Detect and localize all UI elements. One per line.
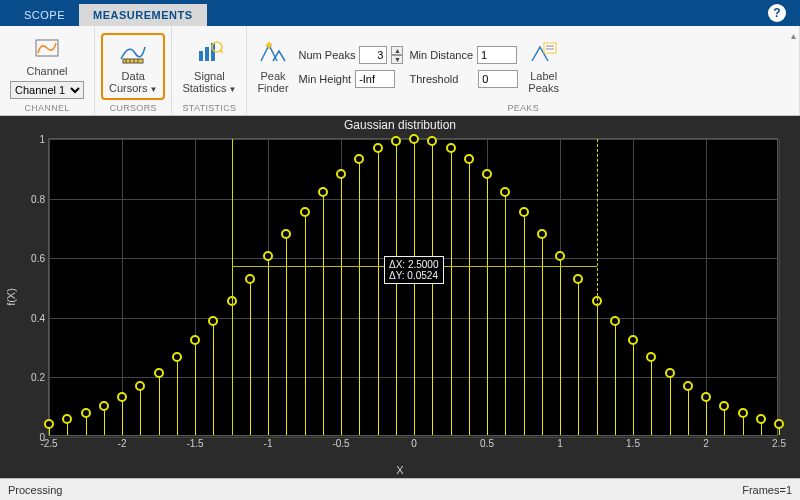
y-tick: 0.4	[31, 312, 45, 323]
status-bar: Processing Frames=1	[0, 478, 800, 500]
data-marker[interactable]	[774, 419, 784, 429]
data-marker[interactable]	[354, 154, 364, 164]
data-marker[interactable]	[665, 368, 675, 378]
min-height-label: Min Height	[299, 73, 352, 85]
data-cursors-button[interactable]: DataCursors▼	[105, 37, 161, 97]
data-marker[interactable]	[555, 251, 565, 261]
x-tick: 2	[703, 438, 709, 449]
data-marker[interactable]	[573, 274, 583, 284]
data-marker[interactable]	[756, 414, 766, 424]
data-cursors-highlight: DataCursors▼	[101, 33, 165, 101]
data-marker[interactable]	[500, 187, 510, 197]
x-tick: -2	[118, 438, 127, 449]
peak-fields-col1: Num Peaks ▲▼ Min Height	[299, 44, 404, 90]
svg-rect-7	[205, 47, 209, 61]
help-icon[interactable]: ?	[768, 4, 786, 22]
y-tick: 0.8	[31, 193, 45, 204]
chart-area: Gaussian distribution f(X) X 00.20.40.60…	[0, 116, 800, 478]
num-peaks-input[interactable]	[359, 46, 387, 64]
num-peaks-down[interactable]: ▼	[391, 55, 403, 64]
data-marker[interactable]	[62, 414, 72, 424]
data-marker[interactable]	[245, 274, 255, 284]
data-marker[interactable]	[427, 136, 437, 146]
data-marker[interactable]	[446, 143, 456, 153]
data-marker[interactable]	[537, 229, 547, 239]
peak-finder-button[interactable]: PeakFinder	[253, 37, 292, 96]
x-tick: 2.5	[772, 438, 786, 449]
signal-statistics-button[interactable]: SignalStatistics▼	[178, 37, 240, 97]
min-distance-input[interactable]	[477, 46, 517, 64]
data-marker[interactable]	[628, 335, 638, 345]
data-marker[interactable]	[482, 169, 492, 179]
cursor-readout[interactable]: ΔX: 2.5000ΔY: 0.0524	[384, 256, 444, 284]
data-marker[interactable]	[464, 154, 474, 164]
group-label-cursors: CURSORS	[101, 103, 165, 113]
channel-label: Channel	[27, 65, 68, 77]
group-label-statistics: STATISTICS	[178, 103, 240, 113]
data-marker[interactable]	[281, 229, 291, 239]
peak-finder-label: PeakFinder	[257, 70, 288, 94]
group-label-peaks: PEAKS	[253, 103, 793, 113]
data-marker[interactable]	[135, 381, 145, 391]
data-marker[interactable]	[190, 335, 200, 345]
ribbon-collapse-icon[interactable]: ▴	[791, 30, 796, 41]
data-marker[interactable]	[44, 419, 54, 429]
label-peaks-label: LabelPeaks	[528, 70, 559, 94]
cursor-line-2[interactable]	[597, 139, 598, 435]
label-peaks-button[interactable]: LabelPeaks	[524, 37, 563, 96]
data-marker[interactable]	[99, 401, 109, 411]
group-label-channel: CHANNEL	[6, 103, 88, 113]
data-marker[interactable]	[300, 207, 310, 217]
group-channel: Channel Channel 1 CHANNEL	[0, 26, 95, 115]
tab-scope[interactable]: SCOPE	[10, 4, 79, 26]
data-marker[interactable]	[373, 143, 383, 153]
data-marker[interactable]	[701, 392, 711, 402]
data-marker[interactable]	[683, 381, 693, 391]
data-marker[interactable]	[172, 352, 182, 362]
cursor-line-1[interactable]	[232, 139, 233, 435]
svg-line-10	[220, 50, 223, 53]
tab-strip: SCOPE MEASUREMENTS ?	[0, 0, 800, 26]
label-peaks-icon	[530, 39, 558, 67]
data-marker[interactable]	[719, 401, 729, 411]
x-tick: 1.5	[626, 438, 640, 449]
data-marker[interactable]	[336, 169, 346, 179]
tab-measurements[interactable]: MEASUREMENTS	[79, 4, 207, 26]
y-tick: 0.6	[31, 253, 45, 264]
data-marker[interactable]	[610, 316, 620, 326]
x-tick: 0	[411, 438, 417, 449]
num-peaks-up[interactable]: ▲	[391, 46, 403, 55]
svg-rect-6	[199, 51, 203, 61]
data-marker[interactable]	[154, 368, 164, 378]
y-tick: 0.2	[31, 372, 45, 383]
x-tick: 0.5	[480, 438, 494, 449]
ribbon: Channel Channel 1 CHANNEL DataCursors▼ C…	[0, 26, 800, 116]
data-cursors-icon	[119, 39, 147, 67]
data-marker[interactable]	[208, 316, 218, 326]
cursor-dx: ΔX: 2.5000	[389, 259, 439, 270]
data-marker[interactable]	[738, 408, 748, 418]
data-marker[interactable]	[409, 134, 419, 144]
data-marker[interactable]	[519, 207, 529, 217]
data-cursors-label: DataCursors▼	[109, 70, 157, 95]
y-tick: 1	[39, 134, 45, 145]
group-cursors: DataCursors▼ CURSORS	[95, 26, 172, 115]
data-marker[interactable]	[81, 408, 91, 418]
threshold-label: Threshold	[409, 73, 458, 85]
group-statistics: SignalStatistics▼ STATISTICS	[172, 26, 247, 115]
threshold-input[interactable]	[478, 70, 518, 88]
data-marker[interactable]	[263, 251, 273, 261]
min-height-input[interactable]	[355, 70, 395, 88]
channel-dropdown[interactable]: Channel 1	[10, 81, 84, 99]
plot-canvas[interactable]: 00.20.40.60.81-2.5-2-1.5-1-0.500.511.522…	[48, 138, 778, 436]
x-tick: -1.5	[186, 438, 203, 449]
channel-icon	[33, 34, 61, 62]
x-tick: -1	[264, 438, 273, 449]
status-left: Processing	[8, 484, 62, 496]
data-marker[interactable]	[318, 187, 328, 197]
data-marker[interactable]	[117, 392, 127, 402]
channel-selector[interactable]: Channel Channel 1	[6, 32, 88, 100]
group-peaks: PeakFinder Num Peaks ▲▼ Min Height Min D…	[247, 26, 800, 115]
data-marker[interactable]	[391, 136, 401, 146]
data-marker[interactable]	[646, 352, 656, 362]
